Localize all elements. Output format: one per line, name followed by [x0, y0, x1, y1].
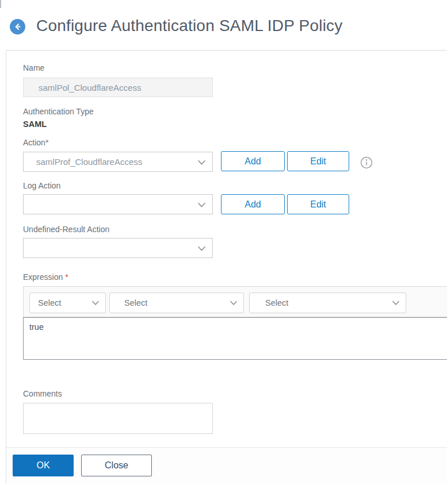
chevron-down-icon [91, 298, 100, 307]
log-action-label: Log Action [23, 181, 60, 190]
comments-label: Comments [23, 389, 62, 398]
name-label: Name [23, 63, 44, 72]
ok-button[interactable]: OK [13, 455, 74, 476]
chevron-down-icon [391, 298, 400, 307]
chevron-down-icon [229, 298, 238, 307]
action-add-button[interactable]: Add [221, 151, 285, 171]
authentication-type-value: SAML [23, 120, 47, 129]
required-asterisk: * [65, 272, 68, 282]
authentication-type-label: Authentication Type [23, 107, 94, 116]
action-select-value: samlProf_CloudflareAccess [24, 157, 142, 167]
back-button[interactable] [10, 19, 25, 34]
chevron-down-icon [197, 157, 207, 167]
expression-label: Expression * [23, 272, 68, 282]
action-label: Action* [23, 138, 48, 147]
back-arrow-icon [13, 22, 22, 31]
expression-toolbar: Select Select Select [23, 286, 447, 317]
expression-select-3[interactable]: Select [249, 293, 406, 313]
log-action-add-button[interactable]: Add [221, 194, 285, 214]
footer-bar: OK Close [6, 447, 447, 484]
expression-select-1[interactable]: Select [29, 293, 106, 313]
log-action-edit-button[interactable]: Edit [287, 194, 349, 214]
expression-select-2-value: Select [110, 298, 147, 307]
page-title: Configure Authentication SAML IDP Policy [36, 17, 343, 35]
expression-input[interactable]: true [23, 317, 447, 360]
name-input[interactable] [23, 78, 213, 97]
action-select[interactable]: samlProf_CloudflareAccess [23, 152, 213, 172]
page-edge-artifact [0, 0, 1, 8]
expression-select-3-value: Select [250, 298, 288, 307]
undefined-result-action-select[interactable] [23, 238, 213, 258]
expression-select-2[interactable]: Select [109, 293, 244, 313]
comments-input[interactable] [23, 403, 213, 434]
info-icon[interactable] [360, 156, 373, 169]
undefined-result-action-label: Undefined-Result Action [23, 225, 109, 234]
action-edit-button[interactable]: Edit [287, 151, 349, 171]
expression-select-1-value: Select [30, 298, 61, 307]
close-button[interactable]: Close [81, 455, 152, 476]
chevron-down-icon [197, 200, 207, 210]
log-action-select[interactable] [23, 194, 213, 214]
chevron-down-icon [197, 244, 207, 253]
form-panel: Name Authentication Type SAML Action* sa… [6, 50, 447, 483]
